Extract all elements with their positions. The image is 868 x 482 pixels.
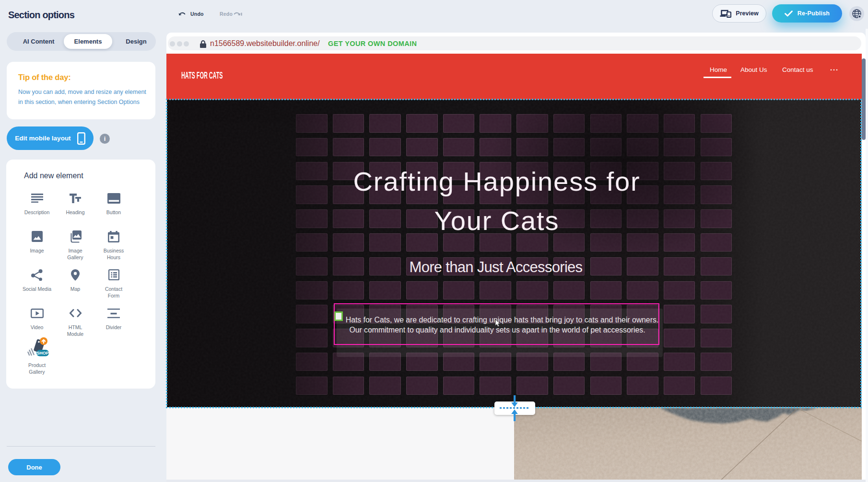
svg-text:SHOP: SHOP bbox=[36, 351, 49, 356]
